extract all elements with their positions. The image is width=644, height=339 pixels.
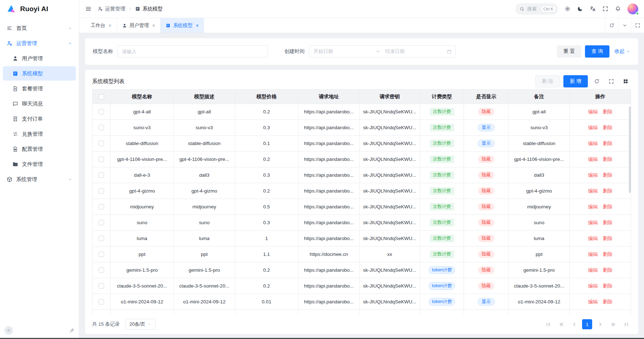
settings-icon[interactable] (564, 6, 571, 12)
pin-sidebar-icon[interactable] (69, 328, 75, 333)
next-5-pages-button[interactable] (608, 319, 618, 329)
delete-button[interactable]: 删除 (603, 172, 613, 178)
column-remark: 备注 (509, 90, 570, 104)
close-icon[interactable]: × (109, 23, 112, 28)
global-search[interactable]: 搜索 Ctrl K (515, 3, 558, 15)
sidebar-item-file-mgmt[interactable]: 文件管理 (3, 157, 76, 171)
page-1-button[interactable]: 1 (582, 319, 592, 329)
page-size-select[interactable]: 20条/页 (126, 319, 156, 330)
tab-system-model[interactable]: 系统模型× (161, 18, 204, 33)
sidebar-item-payment-orders[interactable]: 支付订单 (3, 112, 76, 126)
cell-model-desc: stable-diffusion (174, 136, 235, 152)
sidebar-item-operations[interactable]: 运营管理 (3, 36, 76, 50)
notifications-icon[interactable] (615, 6, 621, 12)
tab-workbench[interactable]: 工作台× (86, 18, 117, 33)
row-checkbox[interactable] (99, 267, 104, 273)
delete-button[interactable]: 删除 (603, 252, 613, 257)
refresh-table-button[interactable] (591, 76, 602, 87)
prev-page-button[interactable] (569, 319, 579, 329)
edit-button[interactable]: 编辑 (588, 283, 598, 289)
edit-button[interactable]: 编辑 (588, 299, 598, 304)
tab-menu-button[interactable] (618, 18, 631, 33)
select-all-checkbox[interactable] (99, 94, 104, 100)
row-checkbox[interactable] (99, 188, 104, 194)
edit-button[interactable]: 编辑 (588, 157, 598, 162)
edit-button[interactable]: 编辑 (588, 188, 598, 194)
sidebar-item-exchange-mgmt[interactable]: 兑换管理 (3, 127, 76, 141)
delete-button[interactable]: 删除 (603, 267, 613, 273)
edit-button[interactable]: 编辑 (588, 267, 598, 273)
cell-model-price: 0.2 (235, 262, 298, 278)
row-checkbox[interactable] (99, 252, 104, 257)
row-checkbox[interactable] (99, 299, 104, 304)
close-icon[interactable]: × (152, 23, 155, 28)
edit-button[interactable]: 编辑 (588, 236, 598, 241)
delete-button[interactable]: 删除 (603, 188, 613, 194)
row-checkbox[interactable] (99, 125, 104, 130)
edit-button[interactable]: 编辑 (588, 172, 598, 178)
collapse-filter-link[interactable]: 收起 (614, 48, 630, 55)
sidebar-item-label: 首页 (16, 25, 27, 32)
delete-button[interactable]: 删除 (603, 141, 613, 146)
sidebar-item-user-mgmt[interactable]: 用户管理 (3, 51, 76, 65)
sidebar-item-system-model[interactable]: 系统模型 (3, 66, 76, 81)
prev-5-pages-button[interactable] (556, 319, 566, 329)
row-checkbox[interactable] (99, 204, 104, 209)
query-button[interactable]: 查 询 (585, 45, 609, 58)
reset-button[interactable]: 重 置 (557, 45, 581, 58)
column-settings-button[interactable] (620, 76, 631, 87)
breadcrumb-operations[interactable]: 运营管理 (98, 6, 125, 12)
batch-delete-button[interactable]: 删 除 (535, 75, 560, 87)
sidebar-item-system[interactable]: 系统管理 (3, 172, 76, 186)
tab-user-mgmt[interactable]: 用户管理× (117, 18, 161, 33)
delete-button[interactable]: 删除 (603, 220, 613, 225)
last-page-button[interactable] (621, 319, 631, 329)
delete-button[interactable]: 删除 (603, 157, 613, 162)
close-icon[interactable]: × (196, 23, 199, 28)
cell-actions: 编辑删除 (570, 278, 631, 294)
row-checkbox[interactable] (99, 220, 104, 225)
edit-button[interactable]: 编辑 (588, 252, 598, 257)
row-checkbox[interactable] (99, 236, 104, 241)
sidebar-item-package-mgmt[interactable]: 套餐管理 (3, 81, 76, 96)
create-time-range-picker[interactable]: 开始日期 结束日期 (309, 45, 456, 58)
sidebar-item-chat-messages[interactable]: 聊天消息 (3, 96, 76, 111)
row-checkbox[interactable] (99, 283, 104, 289)
dark-mode-icon[interactable] (577, 6, 583, 12)
edit-button[interactable]: 编辑 (588, 109, 598, 114)
breadcrumb-system-model[interactable]: 系统模型 (135, 6, 163, 12)
delete-button[interactable]: 删除 (603, 204, 613, 209)
next-page-button[interactable] (595, 319, 605, 329)
content-fullscreen-button[interactable] (631, 18, 644, 33)
row-checkbox[interactable] (99, 157, 104, 162)
sidebar-item-config-mgmt[interactable]: 配置管理 (3, 142, 76, 156)
app-logo[interactable]: Ruoyi AI (0, 0, 79, 18)
scrollbar-thumb[interactable] (629, 107, 631, 193)
delete-button[interactable]: 删除 (603, 125, 613, 130)
model-name-input[interactable] (117, 45, 268, 58)
collapse-sidebar-button[interactable] (4, 326, 13, 335)
language-icon[interactable] (590, 6, 596, 12)
fullscreen-icon[interactable] (602, 6, 608, 12)
delete-button[interactable]: 删除 (603, 236, 613, 241)
row-checkbox[interactable] (99, 109, 104, 114)
delete-button[interactable]: 删除 (603, 109, 613, 114)
cell-model-name: suno-v3 (111, 120, 174, 136)
row-checkbox[interactable] (99, 172, 104, 178)
row-checkbox[interactable] (99, 141, 104, 146)
edit-button[interactable]: 编辑 (588, 141, 598, 146)
menu-toggle-icon[interactable] (85, 5, 92, 12)
delete-button[interactable]: 删除 (603, 299, 613, 304)
table-scrollbar[interactable] (629, 105, 631, 315)
edit-button[interactable]: 编辑 (588, 220, 598, 225)
sidebar-item-home[interactable]: 首页 (3, 21, 76, 35)
edit-button[interactable]: 编辑 (588, 204, 598, 209)
table-fullscreen-button[interactable] (606, 76, 617, 87)
delete-button[interactable]: 删除 (603, 283, 613, 289)
add-button[interactable]: 新 增 (563, 75, 588, 87)
first-page-button[interactable] (543, 319, 553, 329)
user-avatar[interactable] (627, 4, 638, 14)
refresh-page-button[interactable] (605, 18, 618, 33)
table-row: pptppt1.1https://docmee.cnxx次数计费隐藏ppt编辑删… (93, 247, 631, 262)
edit-button[interactable]: 编辑 (588, 125, 598, 130)
